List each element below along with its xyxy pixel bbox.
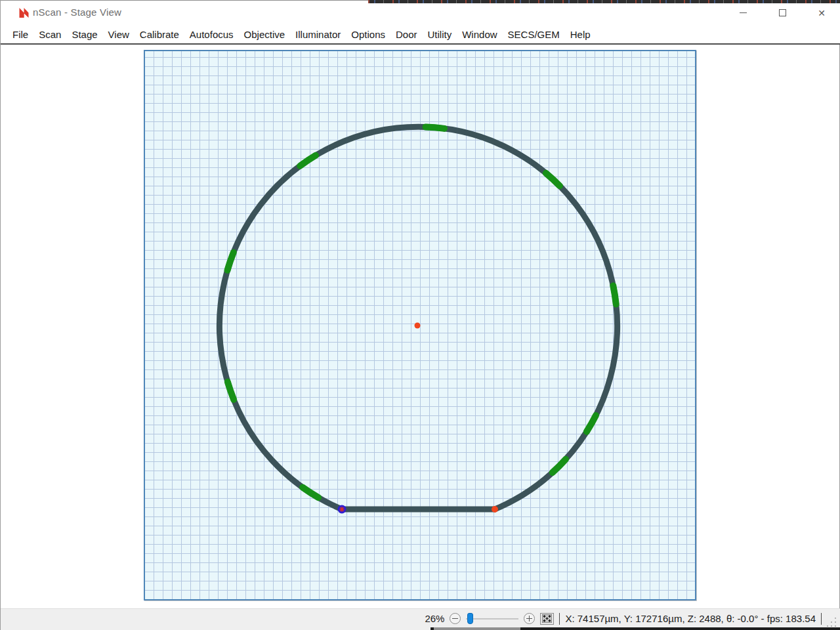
stage-fit-button[interactable] [540, 613, 554, 625]
stage-fit-icon [542, 614, 552, 623]
stage-position-readout: X: 74157µm, Y: 172716µm, Z: 2488, θ: -0.… [565, 613, 816, 624]
menu-objective[interactable]: Objective [239, 26, 291, 43]
menu-door[interactable]: Door [390, 26, 423, 43]
green-calibration-segment [300, 156, 316, 166]
maximize-icon [779, 9, 786, 16]
status-separator-left [559, 613, 560, 625]
zoom-in-button[interactable] [524, 613, 535, 624]
green-calibration-segment [613, 285, 616, 304]
stage-view-canvas[interactable] [144, 50, 696, 600]
menu-options[interactable]: Options [346, 26, 390, 43]
window-title: nScan - Stage View [33, 7, 121, 18]
zoom-percent-readout: 26% [425, 613, 444, 624]
flat-right-marker-dot [492, 506, 498, 513]
menu-autofocus[interactable]: Autofocus [184, 26, 239, 43]
minimize-button[interactable] [728, 1, 758, 25]
status-controls: 26% [425, 609, 836, 628]
menu-utility[interactable]: Utility [423, 26, 457, 43]
screen-artifact-bottom [430, 627, 840, 630]
menu-calibrate[interactable]: Calibrate [135, 26, 184, 43]
menu-bar: File Scan Stage View Calibrate Autofocus… [1, 25, 840, 43]
green-calibration-segment [587, 415, 596, 432]
flat-left-marker-crosshair [339, 507, 345, 512]
green-calibration-segment [426, 127, 444, 128]
zoom-slider[interactable] [466, 613, 518, 625]
resize-grip-icon[interactable] [827, 618, 836, 627]
title-bar: nScan - Stage View ✕ [1, 1, 840, 25]
menu-secs-gem[interactable]: SECS/GEM [503, 26, 565, 43]
zoom-out-button[interactable] [450, 613, 461, 624]
zoom-out-icon [452, 618, 458, 619]
close-icon: ✕ [818, 9, 826, 18]
green-calibration-segment [303, 488, 318, 498]
menu-help[interactable]: Help [565, 26, 596, 43]
nscan-logo-icon [18, 7, 30, 19]
status-separator-right [821, 613, 822, 625]
screen-artifact-top [368, 0, 840, 3]
maximize-button[interactable] [767, 1, 797, 25]
green-calibration-segment [553, 459, 566, 472]
menu-illuminator[interactable]: Illuminator [290, 26, 346, 43]
minimize-icon [740, 12, 747, 13]
menu-window[interactable]: Window [457, 26, 502, 43]
menu-stage[interactable]: Stage [66, 26, 102, 43]
app-window: nScan - Stage View ✕ File Scan Stage Vie… [0, 0, 840, 630]
green-calibration-segment [228, 382, 234, 400]
menu-view[interactable]: View [103, 26, 135, 43]
menu-scan[interactable]: Scan [33, 26, 66, 43]
zoom-slider-track [466, 618, 518, 620]
close-button[interactable]: ✕ [807, 1, 837, 25]
stage-center-dot [415, 323, 421, 329]
menu-separator-line [1, 43, 840, 45]
green-calibration-segment [228, 253, 234, 270]
stage-svg[interactable] [145, 51, 695, 599]
green-calibration-segment [546, 173, 560, 186]
zoom-slider-thumb[interactable] [467, 613, 473, 624]
zoom-in-icon [529, 616, 530, 621]
menu-file[interactable]: File [7, 26, 33, 43]
